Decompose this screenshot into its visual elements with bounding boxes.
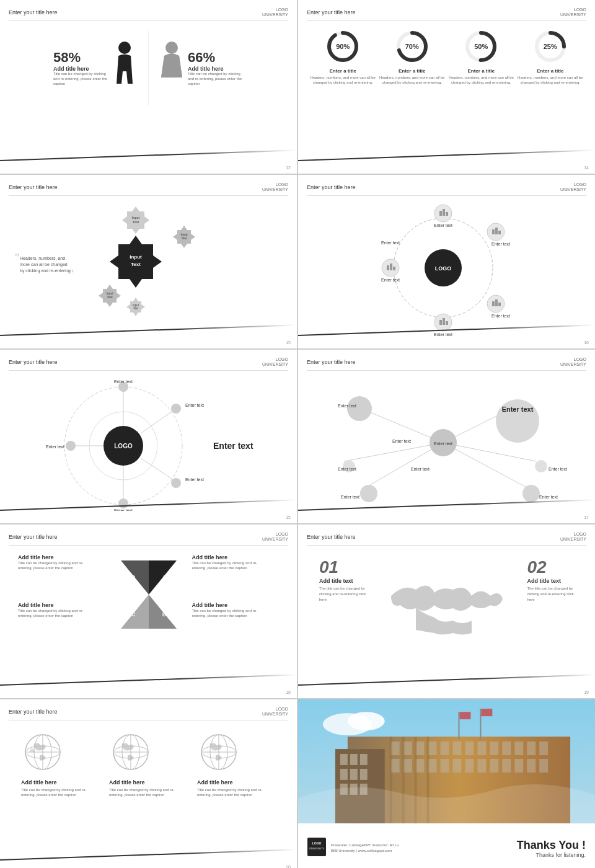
svg-rect-46: [498, 303, 501, 306]
svg-point-93: [360, 485, 377, 502]
svg-rect-136: [416, 742, 425, 755]
svg-text:Enter text: Enter text: [434, 223, 452, 228]
svg-text:UNIVERSITY: UNIVERSITY: [309, 847, 324, 850]
svg-text:Enter text: Enter text: [338, 404, 356, 408]
globe-1: Add title here Title can be changed by c…: [21, 730, 100, 798]
globe-3-title[interactable]: Add title here: [197, 779, 276, 786]
quote-text: " Headers, numbers, and more can all be …: [15, 252, 77, 277]
svg-rect-154: [477, 759, 486, 773]
item-a-title[interactable]: Add title here: [192, 554, 280, 560]
right-items: Add title here Title can be changed by c…: [192, 554, 280, 619]
slide-5-title[interactable]: Enter your title here: [9, 359, 58, 365]
svg-text:Text: Text: [181, 236, 187, 240]
slide-7-title[interactable]: Enter your title here: [9, 534, 58, 540]
building-image: [298, 699, 595, 823]
slide-5-header: Enter your title here LOGOUNIVERSITY: [9, 357, 288, 371]
svg-text:Enter text: Enter text: [381, 241, 400, 245]
slide-1-num: 12: [286, 166, 291, 170]
svg-text:Enter text: Enter text: [502, 405, 534, 413]
svg-rect-40: [495, 228, 498, 234]
svg-text:C: C: [131, 611, 135, 618]
slide-3-num: 15: [286, 340, 291, 345]
item-a: Add title here Title can be changed by c…: [192, 554, 280, 571]
item-c-title[interactable]: Add title here: [18, 602, 105, 608]
svg-line-83: [363, 443, 443, 489]
svg-rect-54: [387, 265, 389, 270]
svg-rect-156: [502, 759, 511, 773]
slide-5-logo: LOGOUNIVERSITY: [262, 357, 288, 368]
svg-point-91: [535, 460, 547, 472]
svg-rect-142: [490, 742, 498, 755]
arrow-content: Add title here Title can be changed by c…: [9, 549, 288, 640]
male-stat-text: 58% Add title here Title can be changed …: [53, 50, 109, 86]
svg-point-71: [66, 441, 76, 451]
svg-rect-150: [428, 759, 437, 773]
male-title[interactable]: Add title here: [53, 66, 109, 72]
female-desc[interactable]: Title can be changed by clicking and re-…: [188, 72, 244, 86]
svg-text:Enter text: Enter text: [549, 467, 567, 471]
svg-rect-167: [481, 709, 492, 716]
orbit-diagram: LOGO Enter text Enter text: [307, 200, 586, 336]
donut-2-title[interactable]: Enter a title: [379, 68, 446, 74]
svg-text:LOGO: LOGO: [312, 841, 322, 845]
gender-divider: [148, 31, 149, 105]
slide-3-header: Enter your title here LOGOUNIVERSITY: [9, 182, 288, 196]
svg-text:Text: Text: [133, 220, 139, 224]
svg-text:LOGO: LOGO: [114, 443, 133, 450]
slide-9-title[interactable]: Enter your title here: [9, 709, 58, 715]
item-d-title[interactable]: Add title here: [18, 554, 105, 560]
svg-rect-128: [340, 769, 348, 780]
svg-text:Enter text: Enter text: [392, 439, 411, 443]
presenter-info: Presenter: ColleagePPT Instructor: Mr.Lu…: [331, 843, 399, 854]
svg-text:Enter text: Enter text: [185, 477, 204, 482]
globe-2-icon: [109, 730, 152, 774]
open-quote: ": [15, 249, 19, 267]
gears-visual: Input Text Input Text Input: [86, 203, 210, 327]
svg-rect-138: [441, 742, 449, 755]
map-num-1: 01: [319, 559, 366, 576]
svg-rect-153: [465, 759, 474, 773]
slide-8-title[interactable]: Enter your title here: [307, 534, 356, 540]
quote-body: Headers, numbers, and more can all be ch…: [20, 256, 72, 273]
slide-2-title[interactable]: Enter your title here: [307, 9, 356, 16]
svg-text:Enter text: Enter text: [213, 441, 253, 451]
globe-1-title[interactable]: Add title here: [21, 779, 100, 786]
donut-1-title[interactable]: Enter a title: [310, 68, 376, 74]
svg-line-82: [443, 443, 536, 461]
item-b-title[interactable]: Add title here: [192, 602, 280, 608]
svg-rect-45: [495, 299, 498, 306]
donut-1-desc: Headers, numbers, and more can all be ch…: [310, 76, 376, 86]
male-percent[interactable]: 58%: [53, 50, 109, 66]
female-stat-text: 66% Add title here Title can be changed …: [188, 50, 244, 86]
item-d-desc: Title can be changed by clicking and re-…: [18, 560, 92, 571]
slide-10: LOGO UNIVERSITY Presenter: ColleagePPT I…: [298, 699, 595, 868]
svg-rect-130: [360, 769, 368, 780]
donut-3-title[interactable]: Enter a title: [448, 68, 514, 74]
svg-line-75: [141, 458, 172, 479]
slide-4-title[interactable]: Enter your title here: [307, 184, 356, 190]
map-title-2[interactable]: Add title text: [527, 578, 575, 584]
slide-6-title[interactable]: Enter your title here: [307, 359, 356, 365]
slide-4: Enter your title here LOGOUNIVERSITY LOG…: [298, 175, 595, 348]
map-title-1[interactable]: Add title text: [319, 578, 366, 584]
footer-left: LOGO UNIVERSITY Presenter: ColleagePPT I…: [307, 838, 399, 859]
globe-2-title[interactable]: Add title here: [109, 779, 188, 786]
female-title[interactable]: Add title here: [188, 66, 244, 72]
svg-line-74: [141, 412, 172, 433]
svg-rect-155: [490, 759, 498, 773]
slide-2-header: Enter your title here LOGOUNIVERSITY: [307, 7, 586, 21]
svg-line-84: [443, 443, 530, 489]
slide-6-header: Enter your title here LOGOUNIVERSITY: [307, 357, 586, 371]
slide-8-line: [298, 674, 595, 686]
map-visual: [379, 559, 515, 664]
slide-3-title[interactable]: Enter your title here: [9, 184, 58, 190]
svg-rect-137: [428, 742, 437, 755]
slide-1-title[interactable]: Enter your title here: [9, 9, 58, 16]
donut-3-desc: Headers, numbers, and more can all be ch…: [448, 76, 514, 86]
male-desc[interactable]: Title can be changed by clicking and re-…: [53, 72, 109, 86]
svg-text:Enter text: Enter text: [491, 242, 510, 246]
slide-1-line: [0, 149, 297, 161]
female-percent[interactable]: 66%: [188, 50, 244, 66]
svg-rect-127: [360, 754, 368, 765]
donut-4-title[interactable]: Enter a title: [518, 68, 584, 74]
